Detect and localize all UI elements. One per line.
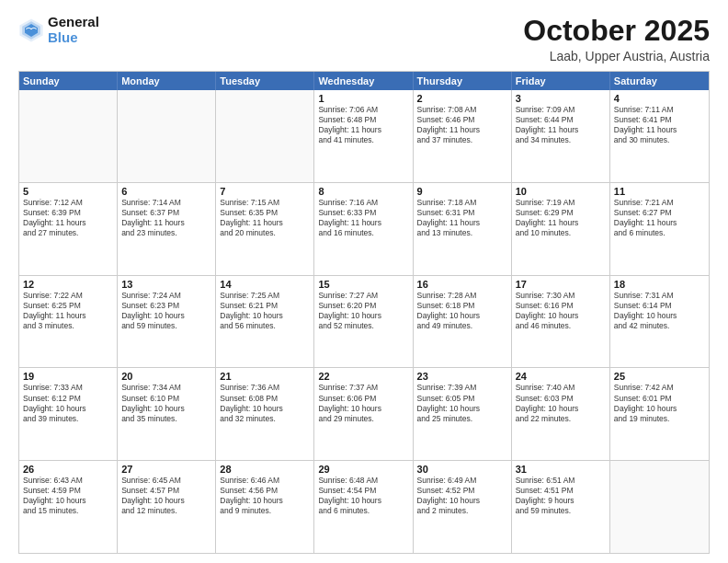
- weeks: 1Sunrise: 7:06 AM Sunset: 6:48 PM Daylig…: [19, 90, 709, 553]
- day-number: 14: [220, 279, 310, 290]
- day-number: 30: [417, 464, 507, 475]
- day-header: Monday: [118, 72, 216, 90]
- day-info: Sunrise: 7:36 AM Sunset: 6:08 PM Dayligh…: [220, 383, 310, 423]
- day-number: 8: [318, 186, 408, 197]
- day-cell: 1Sunrise: 7:06 AM Sunset: 6:48 PM Daylig…: [314, 90, 413, 182]
- day-cell: 24Sunrise: 7:40 AM Sunset: 6:03 PM Dayli…: [512, 368, 610, 460]
- day-number: 25: [614, 371, 705, 382]
- day-info: Sunrise: 6:51 AM Sunset: 4:51 PM Dayligh…: [516, 476, 606, 516]
- week-row: 12Sunrise: 7:22 AM Sunset: 6:25 PM Dayli…: [19, 276, 709, 369]
- day-number: 4: [614, 93, 705, 104]
- day-info: Sunrise: 7:25 AM Sunset: 6:21 PM Dayligh…: [220, 291, 310, 331]
- day-number: 15: [318, 279, 408, 290]
- day-info: Sunrise: 7:12 AM Sunset: 6:39 PM Dayligh…: [23, 198, 113, 238]
- day-cell: 7Sunrise: 7:15 AM Sunset: 6:35 PM Daylig…: [216, 183, 314, 275]
- day-number: 27: [121, 464, 211, 475]
- day-info: Sunrise: 6:46 AM Sunset: 4:56 PM Dayligh…: [220, 476, 310, 516]
- subtitle: Laab, Upper Austria, Austria: [523, 49, 710, 63]
- day-cell: 2Sunrise: 7:08 AM Sunset: 6:46 PM Daylig…: [414, 90, 512, 182]
- day-cell: 11Sunrise: 7:21 AM Sunset: 6:27 PM Dayli…: [610, 183, 709, 275]
- day-number: 5: [23, 186, 113, 197]
- day-info: Sunrise: 7:24 AM Sunset: 6:23 PM Dayligh…: [121, 291, 211, 331]
- day-info: Sunrise: 7:11 AM Sunset: 6:41 PM Dayligh…: [614, 105, 705, 145]
- page: General Blue October 2025 Laab, Upper Au…: [0, 0, 728, 563]
- day-info: Sunrise: 6:43 AM Sunset: 4:59 PM Dayligh…: [23, 476, 113, 516]
- day-headers: SundayMondayTuesdayWednesdayThursdayFrid…: [19, 72, 709, 90]
- day-cell: 20Sunrise: 7:34 AM Sunset: 6:10 PM Dayli…: [118, 368, 216, 460]
- day-number: 9: [417, 186, 507, 197]
- day-number: 24: [516, 371, 606, 382]
- day-cell: 26Sunrise: 6:43 AM Sunset: 4:59 PM Dayli…: [19, 461, 118, 553]
- day-info: Sunrise: 6:49 AM Sunset: 4:52 PM Dayligh…: [417, 476, 507, 516]
- day-cell: 4Sunrise: 7:11 AM Sunset: 6:41 PM Daylig…: [610, 90, 709, 182]
- week-row: 19Sunrise: 7:33 AM Sunset: 6:12 PM Dayli…: [19, 368, 709, 461]
- day-header: Wednesday: [314, 72, 413, 90]
- day-number: 16: [417, 279, 507, 290]
- day-header: Sunday: [19, 72, 118, 90]
- day-cell: 8Sunrise: 7:16 AM Sunset: 6:33 PM Daylig…: [314, 183, 413, 275]
- day-number: 31: [516, 464, 606, 475]
- day-cell: 9Sunrise: 7:18 AM Sunset: 6:31 PM Daylig…: [414, 183, 512, 275]
- logo-icon: [18, 17, 44, 43]
- day-info: Sunrise: 7:34 AM Sunset: 6:10 PM Dayligh…: [121, 383, 211, 423]
- day-cell: 6Sunrise: 7:14 AM Sunset: 6:37 PM Daylig…: [118, 183, 216, 275]
- day-number: 6: [121, 186, 211, 197]
- day-number: 10: [516, 186, 606, 197]
- day-info: Sunrise: 7:39 AM Sunset: 6:05 PM Dayligh…: [417, 383, 507, 423]
- logo-line2: Blue: [48, 30, 99, 46]
- day-cell: 19Sunrise: 7:33 AM Sunset: 6:12 PM Dayli…: [19, 368, 118, 460]
- day-cell: 31Sunrise: 6:51 AM Sunset: 4:51 PM Dayli…: [512, 461, 610, 553]
- day-header: Thursday: [414, 72, 512, 90]
- day-cell: [610, 461, 709, 553]
- day-number: 12: [23, 279, 113, 290]
- day-cell: 21Sunrise: 7:36 AM Sunset: 6:08 PM Dayli…: [216, 368, 314, 460]
- day-number: 2: [417, 93, 507, 104]
- day-cell: 12Sunrise: 7:22 AM Sunset: 6:25 PM Dayli…: [19, 276, 118, 368]
- day-cell: 29Sunrise: 6:48 AM Sunset: 4:54 PM Dayli…: [314, 461, 413, 553]
- day-number: 19: [23, 371, 113, 382]
- main-title: October 2025: [523, 15, 710, 47]
- day-info: Sunrise: 7:27 AM Sunset: 6:20 PM Dayligh…: [318, 291, 408, 331]
- day-number: 20: [121, 371, 211, 382]
- day-number: 29: [318, 464, 408, 475]
- day-cell: 15Sunrise: 7:27 AM Sunset: 6:20 PM Dayli…: [314, 276, 413, 368]
- day-number: 22: [318, 371, 408, 382]
- day-info: Sunrise: 7:42 AM Sunset: 6:01 PM Dayligh…: [614, 383, 705, 423]
- day-number: 7: [220, 186, 310, 197]
- logo-line1: General: [48, 15, 99, 30]
- day-info: Sunrise: 6:48 AM Sunset: 4:54 PM Dayligh…: [318, 476, 408, 516]
- day-info: Sunrise: 7:19 AM Sunset: 6:29 PM Dayligh…: [516, 198, 606, 238]
- day-number: 21: [220, 371, 310, 382]
- day-info: Sunrise: 7:31 AM Sunset: 6:14 PM Dayligh…: [614, 291, 705, 331]
- day-cell: 18Sunrise: 7:31 AM Sunset: 6:14 PM Dayli…: [610, 276, 709, 368]
- day-cell: 28Sunrise: 6:46 AM Sunset: 4:56 PM Dayli…: [216, 461, 314, 553]
- day-cell: 17Sunrise: 7:30 AM Sunset: 6:16 PM Dayli…: [512, 276, 610, 368]
- day-info: Sunrise: 7:09 AM Sunset: 6:44 PM Dayligh…: [516, 105, 606, 145]
- day-info: Sunrise: 7:22 AM Sunset: 6:25 PM Dayligh…: [23, 291, 113, 331]
- day-info: Sunrise: 7:30 AM Sunset: 6:16 PM Dayligh…: [516, 291, 606, 331]
- day-cell: [118, 90, 216, 182]
- day-info: Sunrise: 7:15 AM Sunset: 6:35 PM Dayligh…: [220, 198, 310, 238]
- day-number: 18: [614, 279, 705, 290]
- day-info: Sunrise: 7:21 AM Sunset: 6:27 PM Dayligh…: [614, 198, 705, 238]
- header: General Blue October 2025 Laab, Upper Au…: [18, 15, 710, 63]
- logo-text-block: General Blue: [48, 15, 99, 45]
- day-cell: 5Sunrise: 7:12 AM Sunset: 6:39 PM Daylig…: [19, 183, 118, 275]
- day-number: 28: [220, 464, 310, 475]
- day-number: 1: [318, 93, 408, 104]
- day-number: 11: [614, 186, 705, 197]
- day-info: Sunrise: 7:18 AM Sunset: 6:31 PM Dayligh…: [417, 198, 507, 238]
- day-cell: 27Sunrise: 6:45 AM Sunset: 4:57 PM Dayli…: [118, 461, 216, 553]
- day-header: Saturday: [610, 72, 709, 90]
- week-row: 5Sunrise: 7:12 AM Sunset: 6:39 PM Daylig…: [19, 183, 709, 276]
- day-number: 26: [23, 464, 113, 475]
- calendar: SundayMondayTuesdayWednesdayThursdayFrid…: [18, 71, 710, 554]
- day-info: Sunrise: 7:33 AM Sunset: 6:12 PM Dayligh…: [23, 383, 113, 423]
- day-info: Sunrise: 7:28 AM Sunset: 6:18 PM Dayligh…: [417, 291, 507, 331]
- day-cell: 13Sunrise: 7:24 AM Sunset: 6:23 PM Dayli…: [118, 276, 216, 368]
- day-header: Friday: [512, 72, 610, 90]
- day-cell: 23Sunrise: 7:39 AM Sunset: 6:05 PM Dayli…: [414, 368, 512, 460]
- day-number: 23: [417, 371, 507, 382]
- day-cell: 3Sunrise: 7:09 AM Sunset: 6:44 PM Daylig…: [512, 90, 610, 182]
- day-cell: 30Sunrise: 6:49 AM Sunset: 4:52 PM Dayli…: [414, 461, 512, 553]
